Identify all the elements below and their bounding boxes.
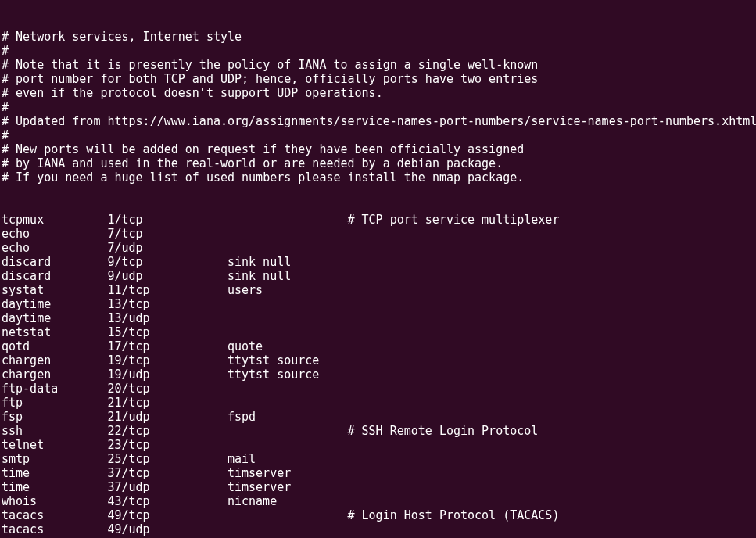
service-port: 37/tcp (107, 466, 228, 480)
service-name: chargen (2, 368, 107, 382)
service-row: echo7/udp (2, 241, 754, 255)
service-port: 13/udp (107, 311, 228, 325)
service-name: systat (2, 283, 107, 297)
service-port: 21/udp (107, 410, 228, 424)
service-port: 23/tcp (107, 438, 228, 452)
service-port: 20/tcp (107, 382, 228, 396)
service-name: tacacs (2, 522, 107, 536)
service-aliases: sink null (228, 269, 348, 283)
service-aliases: users (228, 283, 348, 297)
service-name: daytime (2, 297, 107, 311)
service-port: 1/tcp (107, 213, 228, 227)
service-name: whois (2, 494, 107, 508)
service-aliases: ttytst source (228, 368, 348, 382)
service-port: 22/tcp (107, 424, 228, 438)
comment-line: # Updated from https://www.iana.org/assi… (2, 114, 754, 128)
service-port: 19/tcp (107, 353, 228, 368)
service-port: 9/udp (107, 269, 228, 283)
terminal-viewport[interactable]: # Network services, Internet style## Not… (0, 0, 756, 538)
service-row: ftp-data20/tcp (2, 382, 754, 396)
service-row: time37/udptimserver (2, 480, 754, 494)
service-row: whois43/tcpnicname (2, 494, 754, 508)
service-row: chargen19/udpttytst source (2, 368, 754, 382)
service-row: netstat15/tcp (2, 325, 754, 339)
file-header-comments: # Network services, Internet style## Not… (2, 30, 754, 185)
service-port: 37/udp (107, 480, 228, 494)
service-name: ftp (2, 396, 107, 410)
service-port: 43/tcp (107, 494, 228, 508)
service-aliases: sink null (228, 255, 348, 269)
service-row: tacacs49/udp (2, 522, 754, 536)
service-name: ftp-data (2, 382, 107, 396)
service-name: ssh (2, 424, 107, 438)
service-port: 7/udp (107, 241, 228, 255)
service-row: chargen19/tcpttytst source (2, 353, 754, 368)
service-aliases: fspd (228, 410, 348, 424)
service-row: smtp25/tcpmail (2, 452, 754, 466)
service-port: 49/tcp (107, 508, 228, 522)
service-name: daytime (2, 311, 107, 325)
service-row: daytime13/tcp (2, 297, 754, 311)
service-port: 13/tcp (107, 297, 228, 311)
comment-line: # If you need a huge list of used number… (2, 170, 754, 185)
service-name: netstat (2, 325, 107, 339)
comment-line: # (2, 128, 754, 142)
service-aliases: quote (228, 339, 348, 353)
service-name: echo (2, 241, 107, 255)
service-row: echo7/tcp (2, 227, 754, 241)
service-row: ftp21/tcp (2, 396, 754, 410)
service-port: 15/tcp (107, 325, 228, 339)
service-aliases: timserver (228, 480, 348, 494)
comment-line: # by IANA and used in the real-world or … (2, 156, 754, 170)
service-name: discard (2, 269, 107, 283)
service-name: chargen (2, 353, 107, 368)
service-port: 19/udp (107, 368, 228, 382)
comment-line: # Note that it is presently the policy o… (2, 58, 754, 72)
service-comment: # TCP port service multiplexer (347, 213, 559, 227)
services-table: tcpmux1/tcp# TCP port service multiplexe… (2, 213, 754, 538)
service-port: 11/tcp (107, 283, 228, 297)
service-row: daytime13/udp (2, 311, 754, 325)
comment-line: # port number for both TCP and UDP; henc… (2, 72, 754, 86)
service-aliases: mail (228, 452, 348, 466)
service-row: ssh22/tcp# SSH Remote Login Protocol (2, 424, 754, 438)
service-aliases: nicname (228, 494, 348, 508)
service-name: telnet (2, 438, 107, 452)
service-row: qotd17/tcpquote (2, 339, 754, 353)
service-comment: # SSH Remote Login Protocol (347, 424, 538, 438)
service-name: smtp (2, 452, 107, 466)
service-port: 25/tcp (107, 452, 228, 466)
service-name: fsp (2, 410, 107, 424)
service-row: telnet23/tcp (2, 438, 754, 452)
service-row: discard9/tcpsink null (2, 255, 754, 269)
service-name: qotd (2, 339, 107, 353)
service-row: discard9/udpsink null (2, 269, 754, 283)
service-name: discard (2, 255, 107, 269)
service-row: time37/tcptimserver (2, 466, 754, 480)
service-name: time (2, 480, 107, 494)
service-row: tcpmux1/tcp# TCP port service multiplexe… (2, 213, 754, 227)
service-aliases: ttytst source (228, 353, 348, 368)
service-port: 21/tcp (107, 396, 228, 410)
comment-line: # (2, 44, 754, 58)
service-name: time (2, 466, 107, 480)
service-port: 49/udp (107, 522, 228, 536)
service-aliases: timserver (228, 466, 348, 480)
service-port: 9/tcp (107, 255, 228, 269)
comment-line: # even if the protocol doesn't support U… (2, 86, 754, 100)
service-name: echo (2, 227, 107, 241)
comment-line: # New ports will be added on request if … (2, 142, 754, 156)
service-row: systat11/tcpusers (2, 283, 754, 297)
service-port: 17/tcp (107, 339, 228, 353)
service-row: fsp21/udpfspd (2, 410, 754, 424)
service-name: tacacs (2, 508, 107, 522)
service-row: tacacs49/tcp# Login Host Protocol (TACAC… (2, 508, 754, 522)
service-port: 7/tcp (107, 227, 228, 241)
comment-line: # Network services, Internet style (2, 30, 754, 44)
service-comment: # Login Host Protocol (TACACS) (347, 508, 559, 522)
comment-line: # (2, 100, 754, 114)
service-name: tcpmux (2, 213, 107, 227)
